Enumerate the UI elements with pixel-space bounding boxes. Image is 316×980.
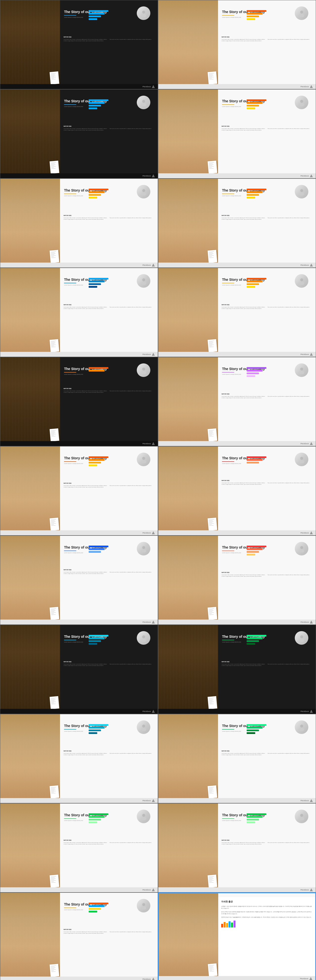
chart-area xyxy=(247,546,276,557)
avatar-icon xyxy=(298,277,305,285)
content-heading: MATUR DEE xyxy=(64,750,154,752)
slide-right-panel: The Story of our company Lorem Ipsum is … xyxy=(218,447,316,535)
content-col-1: Lorem ipsum dolor sit amet, consectetur … xyxy=(222,752,266,756)
content-col-1: Lorem ipsum dolor sit amet, consectetur … xyxy=(64,390,108,393)
content-section: MATUR DEE Lorem ipsum dolor sit amet, co… xyxy=(222,661,312,667)
content-text-2: Duis aute irure dolor in reprehenderit i… xyxy=(110,307,154,308)
paper-element xyxy=(207,250,217,263)
chart-bar xyxy=(89,283,101,285)
slide[interactable]: PitchDeck xyxy=(158,89,316,178)
chart-bar-row xyxy=(89,102,118,104)
chart-bar xyxy=(247,821,255,823)
slide[interactable]: PitchDeck xyxy=(158,357,316,446)
chart-bar-row xyxy=(89,813,118,815)
chart-bar-row xyxy=(89,548,118,550)
slide[interactable]: PitchDeck xyxy=(158,536,316,625)
chart-bar-row xyxy=(247,10,276,12)
slide-right-panel: The Story of our company Lorem Ipsum is … xyxy=(60,893,158,980)
slide[interactable]: PitchDeck xyxy=(158,178,316,268)
slide[interactable]: PitchDeck xyxy=(0,625,158,714)
paper-element xyxy=(49,428,59,442)
chart-bar-row xyxy=(247,280,276,282)
content-section: MATUR DEE Lorem ipsum dolor sit amet, co… xyxy=(64,929,154,934)
title-underline xyxy=(64,283,76,283)
slide[interactable]: PitchDeck xyxy=(158,268,316,357)
chart-bar-row xyxy=(247,643,276,645)
slide[interactable]: PitchDeck xyxy=(0,803,158,892)
avatar-icon xyxy=(140,188,147,196)
content-columns: Lorem ipsum dolor sit amet, consectetur … xyxy=(222,842,312,845)
slide[interactable]: PitchDeck xyxy=(0,0,158,89)
chart-area xyxy=(247,189,276,199)
chart-bar-row xyxy=(89,18,118,20)
content-text-2: Duis aute irure dolor in reprehenderit i… xyxy=(110,39,154,40)
slide-row: PitchDeck xyxy=(0,0,316,89)
bottom-bar: PitchDeck xyxy=(158,887,316,892)
brand-text: PitchDeck xyxy=(142,711,151,712)
slide[interactable]: PitchDeck xyxy=(0,268,158,357)
content-text-2: Duis aute irure dolor in reprehenderit i… xyxy=(110,663,154,665)
chart-bar xyxy=(89,462,101,463)
brand-icon xyxy=(310,174,313,177)
chart-bar-row xyxy=(247,821,276,823)
bottom-bar: PitchDeck xyxy=(0,798,158,803)
brand-text: PitchDeck xyxy=(142,86,151,88)
chart-bar-row xyxy=(89,732,118,734)
title-underline xyxy=(222,729,234,730)
slide[interactable]: PitchDeck xyxy=(158,803,316,892)
content-col-1: Lorem ipsum dolor sit amet, consectetur … xyxy=(64,663,108,667)
content-text-2: Duis aute irure dolor in reprehenderit i… xyxy=(268,663,312,665)
title-underline xyxy=(64,550,76,551)
content-section: MATUR DEE Lorem ipsum dolor sit amet, co… xyxy=(64,388,154,393)
slide[interactable]: PitchDeck xyxy=(0,89,158,178)
chart-bar-row xyxy=(89,278,118,280)
chart-bar-row xyxy=(247,732,276,734)
svg-point-21 xyxy=(141,460,146,463)
content-text-2: Duis aute irure dolor in reprehenderit i… xyxy=(268,217,312,219)
avatar-icon xyxy=(298,724,305,731)
slide[interactable]: PitchDeck xyxy=(0,178,158,268)
chart-bar xyxy=(247,638,263,639)
slide[interactable]: PitchDeck xyxy=(158,0,316,89)
paper-element xyxy=(207,428,217,442)
chart-bar-row xyxy=(89,911,118,912)
chart-bar xyxy=(247,551,259,553)
slide[interactable]: PitchDeck xyxy=(0,357,158,446)
slide-right-panel: The Story of our company Lorem Ipsum is … xyxy=(60,268,158,357)
svg-point-12 xyxy=(142,278,145,281)
avatar-inner xyxy=(295,721,308,734)
chart-bar xyxy=(89,732,97,734)
svg-point-28 xyxy=(142,635,145,638)
content-text-1: Lorem ipsum dolor sit amet, consectetur … xyxy=(222,307,266,309)
chart-bar xyxy=(89,819,101,821)
content-heading: MATUR DEE xyxy=(64,569,154,571)
content-text-1: Lorem ipsum dolor sit amet, consectetur … xyxy=(222,663,266,667)
slide[interactable]: PitchDeck xyxy=(158,446,316,536)
brand-icon xyxy=(310,710,313,713)
bottom-bar: PitchDeck xyxy=(158,84,316,89)
brand-text: PitchDeck xyxy=(300,621,309,623)
svg-point-37 xyxy=(141,817,146,820)
title-underline xyxy=(222,15,234,16)
circle-avatar xyxy=(137,6,150,20)
slide[interactable]: PitchDeck xyxy=(0,892,158,980)
page-container: PitchDeck xyxy=(0,0,316,980)
content-text-2: Duis aute irure dolor in reprehenderit i… xyxy=(110,217,154,219)
chart-area xyxy=(89,99,118,110)
content-section: MATUR DEE Lorem ipsum dolor sit amet, co… xyxy=(64,36,154,42)
circle-avatar xyxy=(137,95,150,109)
slide[interactable]: PitchDeck xyxy=(158,625,316,714)
slide[interactable]: PitchDeck xyxy=(0,714,158,803)
slide[interactable]: PitchDeck xyxy=(158,714,316,803)
slide[interactable]: PitchDeck xyxy=(0,536,158,625)
slide[interactable]: PitchDeck xyxy=(0,446,158,536)
avatar-inner xyxy=(295,274,308,288)
svg-point-24 xyxy=(142,546,145,549)
avatar-icon xyxy=(298,813,305,820)
paper-element xyxy=(49,607,59,620)
slide-right-panel: The Story of our company Lorem Ipsum is … xyxy=(218,89,316,178)
content-col-2: Duis aute irure dolor in reprehenderit i… xyxy=(110,217,154,220)
slide[interactable]: PitchDeck xyxy=(158,892,316,980)
chart-bar xyxy=(247,191,263,193)
chart-bar-row xyxy=(89,640,118,642)
